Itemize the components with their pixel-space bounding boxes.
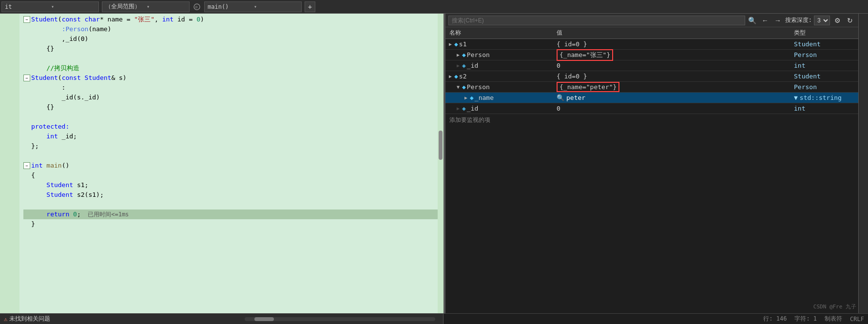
fold-icon[interactable]: − — [23, 75, 30, 81]
expand-icon-s1[interactable]: ▶ — [447, 41, 453, 47]
code-line: − Student(const char* name = "张三", int i… — [23, 15, 438, 24]
toolbar-left: it ▾ （全局范围） ▾ ⚙ main() ▾ + — [0, 0, 868, 13]
watch-row-s2[interactable]: ▶ ◆ s2 { id=0 } Student — [445, 71, 858, 82]
code-line: − Student(const Student& s) — [23, 73, 438, 83]
row-name-s2-person-name: ▶ ◆ _name — [445, 94, 553, 101]
value-highlight-s1-person: {_name="张三"} — [557, 49, 613, 61]
label-s2: s2 — [459, 73, 467, 80]
h-scroll-track — [245, 317, 435, 321]
code-line: {} — [23, 102, 438, 112]
label-s2-person: Person — [467, 83, 490, 91]
code-line: } — [23, 219, 438, 229]
add-watch-text[interactable]: 添加要监视的项 — [445, 114, 858, 126]
func-dropdown-label: main() — [208, 3, 252, 10]
top-toolbar: it ▾ （全局范围） ▾ ⚙ main() ▾ + — [0, 0, 868, 14]
func-dropdown[interactable]: main() ▾ — [204, 1, 302, 12]
encoding-status: CRLF — [850, 316, 864, 323]
row-type-s2: Student — [790, 73, 858, 80]
code-line-current: return 0; 已用时间<=1ms — [23, 210, 438, 219]
watch-panel: 🔍 ← → 搜索深度: 3 1 2 4 5 ⚙ ↻ 名称 值 类型 — [445, 14, 858, 313]
row-name-s2-person: ▼ ◆ Person — [445, 83, 553, 91]
code-line: :Person(name) — [23, 24, 438, 34]
code-line: : — [23, 83, 438, 93]
row-value-s2-person-name: 🔍peter — [553, 94, 790, 101]
icon-s2: ◆ — [454, 73, 458, 80]
expand-icon-s1-person[interactable]: ▶ — [455, 52, 461, 58]
nav-forward-button[interactable]: → — [772, 15, 783, 26]
horizontal-scrollbar[interactable] — [245, 317, 435, 321]
code-scroll: − Student(const char* name = "张三", int i… — [0, 14, 444, 313]
scope-dropdown[interactable]: （全局范围） ▾ — [102, 1, 190, 12]
depth-label: 搜索深度: — [785, 16, 812, 24]
func-dropdown-arrow: ▾ — [254, 4, 298, 9]
scope-dropdown-label: （全局范围） — [105, 2, 145, 11]
watch-row-s2-person[interactable]: ▼ ◆ Person {_name="peter"} Person — [445, 82, 858, 93]
code-line — [23, 151, 438, 161]
func-icon: ⚙ — [193, 2, 201, 11]
expand-icon-s2-person[interactable]: ▼ — [455, 84, 461, 90]
file-dropdown-label: it — [5, 3, 49, 10]
code-line: _id(s._id) — [23, 93, 438, 102]
watch-row-s2-person-name[interactable]: ▶ ◆ _name 🔍peter ▼std::string — [445, 93, 858, 103]
status-right: 行: 146 字符: 1 制表符 CRLF — [444, 315, 868, 323]
main-content: − Student(const char* name = "张三", int i… — [0, 14, 868, 313]
settings-button[interactable]: ⚙ — [832, 15, 843, 26]
line-numbers — [0, 14, 19, 313]
h-scroll-thumb — [254, 317, 274, 321]
search-button[interactable]: 🔍 — [747, 15, 758, 26]
char-status: 字符: 1 — [794, 315, 817, 323]
code-line: − int main() — [23, 161, 438, 171]
code-line — [23, 54, 438, 63]
row-type-s2-person-name: ▼std::string — [790, 94, 858, 101]
row-type-s1: Student — [790, 40, 858, 48]
code-scrollbar[interactable] — [438, 14, 444, 313]
file-dropdown[interactable]: it ▾ — [1, 1, 99, 12]
row-name-s2-id: ▶ ◈ _id — [445, 105, 553, 112]
col-header-type: 类型 — [790, 29, 858, 37]
fold-icon[interactable]: − — [23, 16, 30, 23]
fold-icon[interactable]: − — [23, 162, 30, 169]
code-line — [23, 112, 438, 122]
expand-icon-s1-id[interactable]: ▶ — [455, 63, 461, 69]
search-input[interactable] — [448, 16, 745, 25]
refresh-button[interactable]: ↻ — [845, 15, 855, 26]
error-text: 未找到相关问题 — [9, 315, 50, 323]
scrollbar-thumb[interactable] — [439, 131, 443, 160]
row-name-s2: ▶ ◆ s2 — [445, 73, 553, 80]
code-content[interactable]: − Student(const char* name = "张三", int i… — [19, 14, 438, 313]
label-s2-person-name: _name — [475, 94, 494, 101]
watch-row-s1-person[interactable]: ▶ ◆ Person {_name="张三"} Person — [445, 50, 858, 60]
watch-toolbar: 🔍 ← → 搜索深度: 3 1 2 4 5 ⚙ ↻ — [445, 14, 858, 27]
status-left: ⚠ 未找到相关问题 — [0, 314, 444, 324]
watch-row-s1[interactable]: ▶ ◆ s1 { id=0 } Student — [445, 39, 858, 50]
row-value-s2-person: {_name="peter"} — [553, 82, 790, 92]
line-status: 行: 146 — [763, 315, 787, 323]
code-editor: − Student(const char* name = "张三", int i… — [0, 14, 444, 313]
expand-icon-s2-id[interactable]: ▶ — [455, 106, 461, 112]
watch-row-s1-id[interactable]: ▶ ◈ _id 0 int — [445, 60, 858, 71]
icon-s2-person: ◆ — [462, 83, 466, 91]
row-name-s1-person: ▶ ◆ Person — [445, 51, 553, 58]
depth-select[interactable]: 3 1 2 4 5 — [814, 16, 830, 25]
add-button[interactable]: + — [305, 1, 315, 12]
row-type-s2-person: Person — [790, 83, 858, 91]
code-line: { — [23, 171, 438, 180]
watch-table: ▶ ◆ s1 { id=0 } Student ▶ ◆ Person {_nam… — [445, 39, 858, 313]
row-type-s1-person: Person — [790, 51, 858, 58]
label-s1-person: Person — [467, 51, 490, 58]
right-edge-panel: 设 — [858, 14, 868, 313]
col-header-value: 值 — [553, 29, 790, 37]
expand-icon-s2[interactable]: ▶ — [447, 74, 453, 79]
icon-s2-person-name: ◆ — [470, 94, 474, 101]
expand-icon-s2-person-name[interactable]: ▶ — [463, 95, 469, 101]
watch-row-s2-id[interactable]: ▶ ◈ _id 0 int — [445, 103, 858, 114]
nav-back-button[interactable]: ← — [760, 15, 771, 26]
scope-dropdown-arrow: ▾ — [147, 4, 186, 9]
code-line: }; — [23, 141, 438, 151]
code-line: Student s1; — [23, 180, 438, 190]
code-line: int _id; — [23, 132, 438, 141]
col-header-name: 名称 — [445, 29, 553, 37]
icon-s1: ◆ — [454, 40, 458, 48]
code-line: {} — [23, 44, 438, 54]
eol-status: 制表符 — [825, 315, 842, 323]
